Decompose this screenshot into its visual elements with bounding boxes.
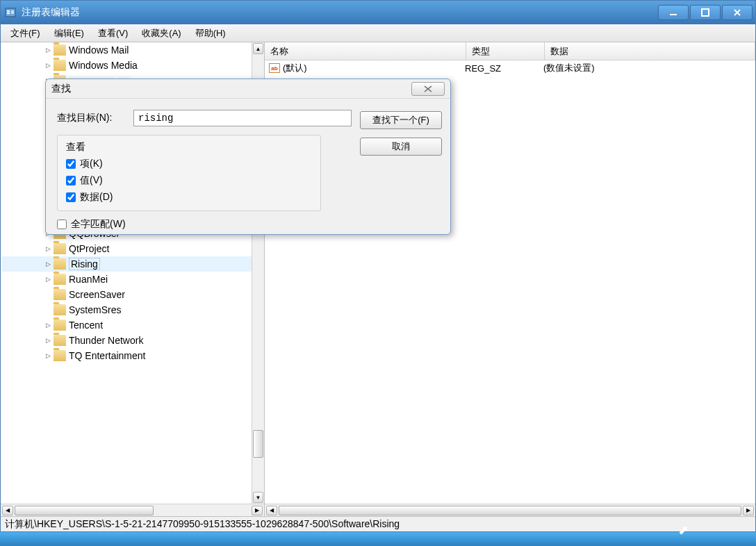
folder-icon — [54, 304, 66, 315]
tree-label: QtProject — [69, 243, 109, 254]
close-button[interactable] — [722, 5, 753, 20]
menu-favorites[interactable]: 收藏夹(A) — [135, 25, 188, 42]
tree-label: SystemSres — [69, 304, 121, 315]
folder-icon — [54, 335, 66, 346]
tree-label: Rising — [69, 258, 100, 270]
find-close-button[interactable] — [411, 82, 445, 96]
menubar: 文件(F) 编辑(E) 查看(V) 收藏夹(A) 帮助(H) — [1, 24, 755, 42]
folder-icon — [54, 243, 66, 254]
keys-label: 项(K) — [80, 158, 103, 170]
svg-rect-4 — [670, 14, 677, 15]
folder-icon — [54, 350, 66, 361]
titlebar[interactable]: 注册表编辑器 — [1, 1, 755, 24]
expander-icon[interactable] — [44, 290, 52, 299]
folder-icon — [54, 274, 66, 285]
scroll-thumb[interactable] — [15, 506, 154, 515]
list-horizontal-scrollbar[interactable]: ◀ ▶ — [265, 504, 755, 516]
look-at-fieldset: 查看 项(K) 值(V) 数据(D) — [57, 135, 321, 211]
window-title: 注册表编辑器 — [22, 6, 657, 19]
scroll-down-icon[interactable]: ▼ — [253, 492, 263, 503]
data-label: 数据(D) — [80, 191, 113, 204]
maximize-button[interactable] — [690, 5, 721, 20]
tree-item[interactable]: ▷Windows Media — [2, 58, 264, 73]
whole-string-checkbox[interactable] — [57, 220, 67, 229]
expander-icon[interactable]: ▷ — [44, 321, 52, 329]
menu-help[interactable]: 帮助(H) — [188, 25, 233, 42]
col-data[interactable]: 数据 — [545, 42, 755, 60]
tree-item[interactable]: ▷TQ Entertainment — [2, 348, 264, 363]
tree-item[interactable]: ▷Thunder Network — [2, 333, 264, 348]
keys-checkbox[interactable] — [66, 159, 76, 169]
scroll-up-icon[interactable]: ▲ — [253, 43, 263, 54]
tree-item[interactable]: ▷Windows Mail — [2, 42, 264, 58]
find-next-button[interactable]: 查找下一个(F) — [360, 111, 442, 129]
folder-icon — [54, 289, 66, 300]
cancel-button[interactable]: 取消 — [360, 138, 442, 156]
scroll-thumb[interactable] — [279, 506, 741, 515]
expander-icon[interactable]: ▷ — [44, 351, 52, 360]
folder-icon — [54, 258, 66, 270]
tree-label: Thunder Network — [69, 335, 143, 346]
tree-item[interactable]: ▷Rising — [2, 256, 264, 272]
tree-horizontal-scrollbar[interactable]: ◀ ▶ — [1, 504, 264, 516]
value-name: (默认) — [283, 62, 465, 74]
folder-icon — [54, 44, 66, 56]
expander-icon[interactable]: ▷ — [44, 260, 52, 268]
expander-icon[interactable]: ▷ — [44, 245, 52, 253]
tree-item[interactable]: SystemSres — [2, 302, 264, 317]
expander-icon[interactable]: ▷ — [44, 275, 52, 283]
tree-item[interactable]: ▷Tencent — [2, 317, 264, 333]
list-header: 名称 类型 数据 — [265, 42, 755, 60]
expander-icon[interactable]: ▷ — [44, 336, 52, 345]
tree-label: Windows Mail — [69, 44, 129, 56]
data-checkbox[interactable] — [66, 192, 76, 202]
statusbar: 计算机\HKEY_USERS\S-1-5-21-2147709950-91513… — [1, 516, 755, 531]
find-dialog: 查找 查找目标(N): 查看 项(K) 值(V) — [45, 78, 451, 235]
taskbar[interactable] — [0, 532, 756, 546]
col-type[interactable]: 类型 — [466, 42, 545, 60]
scroll-left-icon[interactable]: ◀ — [266, 506, 277, 515]
tree-label: RuanMei — [69, 274, 108, 285]
status-path: 计算机\HKEY_USERS\S-1-5-21-2147709950-91513… — [5, 518, 400, 531]
svg-rect-5 — [702, 9, 709, 16]
expander-icon[interactable]: ▷ — [44, 61, 52, 69]
expander-icon[interactable]: ▷ — [44, 46, 52, 54]
folder-icon — [54, 320, 66, 331]
value-type: REG_SZ — [465, 63, 543, 74]
find-titlebar[interactable]: 查找 — [46, 79, 450, 99]
minimize-button[interactable] — [658, 5, 689, 20]
tree-label: Tencent — [69, 320, 103, 331]
list-row[interactable]: ab (默认) REG_SZ (数值未设置) — [265, 60, 755, 76]
expander-icon[interactable] — [44, 306, 52, 314]
tree-item[interactable]: ScreenSaver — [2, 287, 264, 302]
scroll-thumb[interactable] — [253, 430, 263, 458]
values-label: 值(V) — [80, 174, 103, 187]
tree-label: Windows Media — [69, 60, 138, 71]
app-icon — [3, 6, 17, 19]
find-target-input[interactable] — [133, 110, 352, 126]
menu-view[interactable]: 查看(V) — [91, 25, 135, 42]
svg-rect-3 — [11, 10, 14, 14]
menu-file[interactable]: 文件(F) — [3, 25, 47, 42]
scroll-right-icon[interactable]: ▶ — [252, 506, 263, 515]
col-name[interactable]: 名称 — [265, 42, 466, 60]
svg-rect-1 — [7, 10, 10, 12]
string-value-icon: ab — [269, 63, 280, 73]
svg-rect-2 — [7, 13, 10, 14]
look-label: 查看 — [63, 141, 312, 154]
menu-edit[interactable]: 编辑(E) — [47, 25, 91, 42]
scroll-left-icon[interactable]: ◀ — [2, 506, 13, 515]
scroll-right-icon[interactable]: ▶ — [743, 506, 754, 515]
tree-item[interactable]: ▷RuanMei — [2, 272, 264, 287]
find-target-label: 查找目标(N): — [57, 112, 133, 124]
find-title: 查找 — [51, 83, 411, 95]
whole-string-label: 全字匹配(W) — [71, 218, 126, 231]
folder-icon — [54, 60, 66, 71]
tree-label: TQ Entertainment — [69, 350, 146, 361]
value-data: (数值未设置) — [543, 62, 595, 74]
values-checkbox[interactable] — [66, 176, 76, 185]
tree-label: ScreenSaver — [69, 289, 125, 300]
tree-item[interactable]: ▷QtProject — [2, 241, 264, 256]
